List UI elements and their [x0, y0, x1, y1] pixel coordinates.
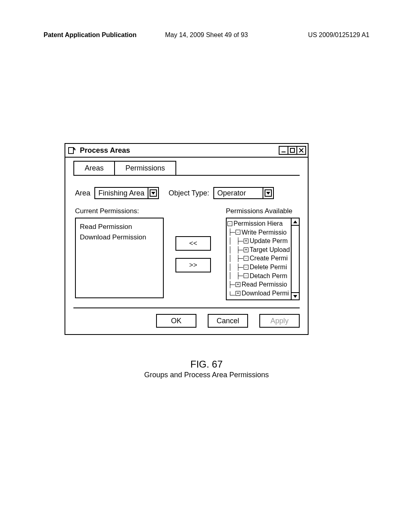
tree-node[interactable]: +Download Permi [227, 289, 298, 298]
tree-node[interactable]: -Create Permi [227, 254, 298, 263]
svg-rect-0 [69, 148, 73, 154]
area-label: Area [75, 189, 90, 197]
list-item[interactable]: Read Permission [80, 222, 159, 232]
app-icon [68, 146, 76, 154]
tree-node[interactable]: -Permission Hiera [227, 219, 298, 228]
tab-permissions[interactable]: Permissions [114, 161, 176, 175]
header-right: US 2009/0125129 A1 [308, 31, 369, 39]
scroll-up-button[interactable] [291, 218, 300, 226]
remove-permission-button[interactable]: >> [175, 258, 211, 272]
ok-button[interactable]: OK [156, 314, 196, 328]
header-mid: May 14, 2009 Sheet 49 of 93 [165, 31, 248, 39]
chevron-up-icon [293, 220, 297, 223]
minimize-button[interactable] [279, 146, 288, 155]
object-type-value: Operator [214, 188, 263, 198]
permissions-available-label: Permissions Available [226, 207, 300, 215]
close-button[interactable] [296, 146, 306, 155]
titlebar: Process Areas [65, 144, 308, 158]
list-item[interactable]: Download Permission [80, 232, 159, 243]
tree-node[interactable]: +Target Upload [227, 245, 298, 254]
svg-rect-2 [290, 148, 294, 152]
figure-number: FIG. 67 [0, 359, 413, 370]
current-permissions-label: Current Permissions: [75, 207, 164, 215]
cancel-button[interactable]: Cancel [208, 314, 248, 328]
process-areas-window: Process Areas Areas Permissions Area Fin… [65, 143, 309, 335]
tree-node[interactable]: -Detach Perm [227, 272, 298, 281]
svg-rect-1 [282, 152, 286, 152]
area-combo-value: Finishing Area [95, 188, 148, 198]
object-type-combo-button[interactable] [263, 188, 273, 198]
object-type-label: Object Type: [169, 189, 209, 197]
current-permissions-list[interactable]: Read Permission Download Permission [75, 218, 164, 298]
selector-row: Area Finishing Area Object Type: Operato… [75, 187, 300, 199]
chevron-down-icon [293, 295, 297, 298]
area-combo[interactable]: Finishing Area [94, 187, 159, 199]
window-controls [279, 146, 306, 155]
figure-caption: FIG. 67 Groups and Process Area Permissi… [0, 359, 413, 379]
chevron-down-icon [266, 192, 270, 195]
tree-node[interactable]: +Read Permissio [227, 280, 298, 289]
page-header: Patent Application Publication May 14, 2… [44, 31, 369, 39]
tabs-row: Areas Permissions [65, 158, 308, 175]
tab-areas[interactable]: Areas [73, 161, 115, 175]
apply-button[interactable]: Apply [259, 314, 300, 328]
window-title: Process Areas [80, 146, 130, 155]
add-permission-button[interactable]: << [175, 236, 211, 251]
figure-title: Groups and Process Area Permissions [0, 371, 413, 379]
header-left: Patent Application Publication [44, 31, 137, 39]
scroll-down-button[interactable] [291, 292, 300, 300]
tree-node[interactable]: -Write Permissio [227, 228, 298, 237]
tree-scrollbar[interactable] [291, 218, 299, 299]
permissions-tree[interactable]: -Permission Hiera -Write Permissio +Upda… [226, 218, 300, 300]
chevron-down-icon [151, 192, 155, 195]
tree-node[interactable]: +Update Perm [227, 237, 298, 245]
tree-node[interactable]: -Delete Permi [227, 263, 298, 272]
maximize-button[interactable] [288, 146, 297, 155]
dialog-footer: OK Cancel Apply [73, 308, 300, 334]
area-combo-button[interactable] [148, 188, 158, 198]
object-type-combo[interactable]: Operator [213, 187, 274, 199]
dialog-body: Area Finishing Area Object Type: Operato… [65, 176, 308, 308]
